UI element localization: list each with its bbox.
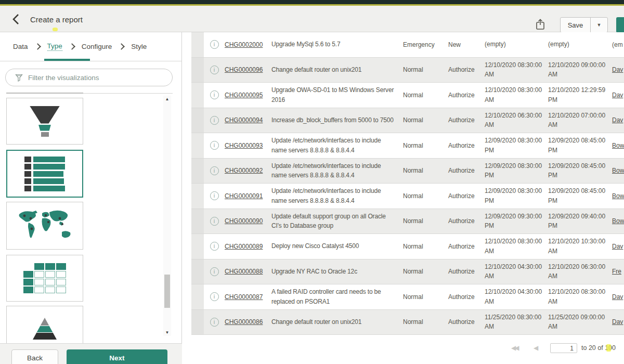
scroll-up-icon[interactable]: ▲: [163, 97, 171, 101]
priority-cell: Normal: [400, 167, 444, 174]
back-button[interactable]: Back: [11, 349, 58, 364]
row-leading-strip: [191, 259, 204, 284]
priority-cell: Emergency: [400, 41, 444, 48]
viz-thumb-table[interactable]: [6, 255, 83, 302]
info-icon[interactable]: i: [210, 267, 219, 276]
table-row[interactable]: i CHG0000089 Deploy new Cisco Catalyst 4…: [191, 234, 624, 259]
row-info-cell: i: [204, 141, 225, 150]
change-number-link[interactable]: CHG0000096: [225, 66, 263, 73]
table-row[interactable]: i CHG0000094 Increase db_block_buffers f…: [191, 108, 624, 134]
table-row[interactable]: i CHG0000095 Upgrade OWA-SD-01 to MS Win…: [191, 83, 624, 108]
change-number-link[interactable]: CHG0000090: [225, 217, 263, 225]
first-page-icon[interactable]: ◀◀: [511, 344, 517, 352]
records-table: i CHG0002000 Upgrade MySql 5.6 to 5.7 Em…: [191, 32, 624, 335]
info-icon[interactable]: i: [210, 116, 219, 125]
table-row[interactable]: i CHG0000093 Update /etc/network/interfa…: [191, 133, 624, 159]
change-number-link[interactable]: CHG0000088: [225, 268, 263, 275]
page-number-input[interactable]: [550, 343, 577, 353]
step-configure[interactable]: Configure: [82, 43, 112, 50]
row-info-cell: i: [204, 217, 225, 226]
info-icon[interactable]: i: [210, 40, 219, 49]
change-number-link[interactable]: CHG0000086: [225, 318, 263, 326]
change-number-link[interactable]: CHG0000095: [225, 92, 263, 99]
viz-thumb-pyramid[interactable]: [6, 306, 83, 343]
assigned-to-link[interactable]: Dav: [612, 92, 623, 99]
priority-cell: Normal: [400, 92, 444, 99]
back-icon[interactable]: [10, 13, 23, 25]
assigned-to-link[interactable]: Dav: [612, 243, 623, 250]
short-description-cell: A failed RAID controller card needs to b…: [271, 287, 400, 306]
row-leading-strip: [191, 83, 204, 108]
assigned-to-link[interactable]: (em: [612, 41, 623, 48]
priority-cell: Normal: [400, 293, 444, 301]
save-button[interactable]: Save: [561, 18, 590, 32]
active-step-indicator: [44, 59, 90, 61]
viz-thumb-funnel[interactable]: [6, 98, 83, 145]
row-leading-strip: [191, 108, 204, 133]
assigned-to-cell: Bow: [607, 167, 624, 174]
assigned-to-link[interactable]: Dav: [612, 66, 623, 73]
info-icon[interactable]: i: [210, 90, 219, 99]
scrollbar-thumb[interactable]: [164, 275, 170, 308]
assigned-to-link[interactable]: Dav: [612, 116, 623, 124]
assigned-to-link[interactable]: Fre: [612, 268, 621, 275]
assigned-to-link[interactable]: Bow: [612, 192, 624, 200]
info-icon[interactable]: i: [210, 166, 219, 175]
step-data[interactable]: Data: [13, 43, 28, 50]
share-icon[interactable]: [535, 18, 547, 32]
filter-visualizations-input[interactable]: [28, 74, 158, 82]
visualization-filter: [5, 69, 173, 86]
info-icon[interactable]: i: [210, 242, 219, 251]
table-row[interactable]: i CHG0000087 A failed RAID controller ca…: [191, 284, 624, 310]
table-row[interactable]: i CHG0000090 Update default support grou…: [191, 209, 624, 235]
start-date-cell: (empty): [480, 40, 544, 49]
change-number-link[interactable]: CHG0000091: [225, 192, 263, 200]
change-number-link[interactable]: CHG0000094: [225, 116, 263, 124]
change-number-link[interactable]: CHG0002000: [225, 41, 263, 48]
info-icon[interactable]: i: [210, 66, 219, 74]
assigned-to-link[interactable]: Dav: [612, 318, 623, 326]
info-icon[interactable]: i: [210, 217, 219, 226]
pyramid-chart-icon: [33, 318, 57, 340]
assigned-to-link[interactable]: Bow: [612, 217, 624, 225]
viz-thumb-map[interactable]: [6, 202, 83, 250]
table-row[interactable]: i CHG0000086 Change default router on un…: [191, 310, 624, 335]
state-cell: Authorize: [444, 66, 480, 73]
assigned-to-cell: Bow: [607, 142, 624, 149]
previous-page-icon[interactable]: ◀: [534, 344, 538, 352]
viz-thumb-list-selected[interactable]: [6, 150, 83, 198]
table-row[interactable]: i CHG0000092 Update /etc/network/interfa…: [191, 159, 624, 184]
assigned-to-link[interactable]: Bow: [612, 167, 624, 174]
change-number-cell: CHG0000087: [225, 293, 271, 301]
info-icon[interactable]: i: [210, 141, 219, 150]
save-dropdown-caret[interactable]: ▼: [590, 18, 607, 32]
step-style[interactable]: Style: [131, 43, 147, 50]
step-type[interactable]: Type: [47, 42, 62, 51]
top-dark-bar: [0, 0, 624, 4]
info-icon[interactable]: i: [210, 191, 219, 200]
assigned-to-link[interactable]: Dav: [612, 293, 623, 301]
next-button[interactable]: Next: [67, 349, 167, 364]
table-row[interactable]: i CHG0000088 Upgrade NY RAC to Oracle 12…: [191, 259, 624, 285]
change-number-cell: CHG0000088: [225, 268, 271, 275]
assigned-to-link[interactable]: Bow: [612, 142, 624, 149]
scroll-down-icon[interactable]: ▼: [163, 330, 171, 335]
change-number-link[interactable]: CHG0000092: [225, 167, 263, 174]
row-info-cell: i: [204, 191, 225, 200]
table-row[interactable]: i CHG0002000 Upgrade MySql 5.6 to 5.7 Em…: [191, 32, 624, 58]
assigned-to-cell: Dav: [607, 116, 624, 124]
change-number-link[interactable]: CHG0000093: [225, 142, 263, 149]
panel-scrollbar[interactable]: ▲ ▼: [163, 96, 171, 336]
state-cell: Authorize: [444, 167, 480, 174]
info-icon[interactable]: i: [210, 318, 219, 327]
table-row[interactable]: i CHG0000091 Update /etc/network/interfa…: [191, 184, 624, 209]
change-number-link[interactable]: CHG0000089: [225, 243, 263, 250]
table-row[interactable]: i CHG0000096 Change default router on un…: [191, 58, 624, 83]
priority-cell: Normal: [400, 192, 444, 200]
row-info-cell: i: [204, 242, 225, 251]
short-description-cell: Upgrade OWA-SD-01 to MS Windows Server 2…: [271, 85, 400, 105]
change-number-link[interactable]: CHG0000087: [225, 293, 263, 301]
end-date-cell: 12/09/2020 08:45:00 PM: [544, 161, 607, 180]
info-icon[interactable]: i: [210, 292, 219, 301]
cut-off-teal-button[interactable]: [616, 17, 624, 33]
